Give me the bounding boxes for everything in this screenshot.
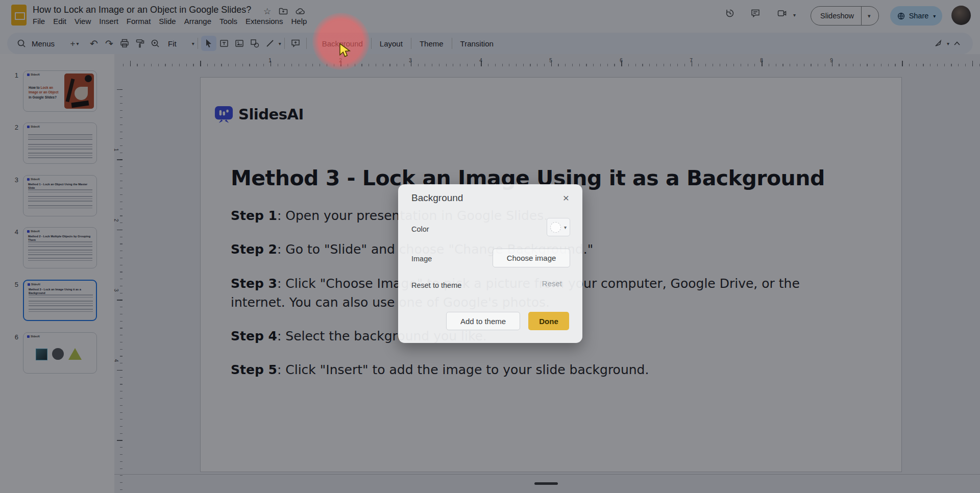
choose-image-button[interactable]: Choose image xyxy=(493,249,570,267)
close-icon[interactable]: × xyxy=(561,190,571,205)
reset-to-theme-label: Reset to theme xyxy=(411,281,461,289)
image-label: Image xyxy=(411,255,432,263)
add-to-theme-button[interactable]: Add to theme xyxy=(446,312,520,330)
color-swatch-circle xyxy=(550,222,561,233)
background-dialog: Background × Color ▾ Image Choose image … xyxy=(398,184,582,343)
click-highlight xyxy=(312,13,370,70)
dialog-title: Background xyxy=(411,192,463,204)
color-label: Color xyxy=(411,225,429,233)
reset-button[interactable]: Reset xyxy=(542,279,562,288)
google-slides-app: How to Lock an Image or an Object in Goo… xyxy=(0,0,980,493)
done-button[interactable]: Done xyxy=(528,312,569,330)
cursor-pointer-icon xyxy=(339,43,352,58)
color-dropdown-icon: ▾ xyxy=(564,225,567,230)
color-swatch-dropdown[interactable]: ▾ xyxy=(547,218,570,236)
